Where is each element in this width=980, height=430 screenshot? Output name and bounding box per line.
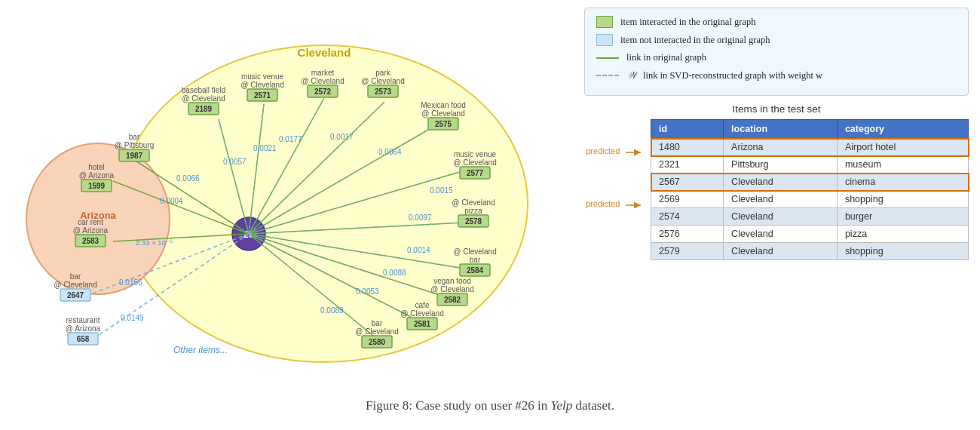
- legend-blue-box-icon: [596, 34, 613, 46]
- svg-text:@ Cleveland: @ Cleveland: [182, 94, 225, 103]
- legend-green-line-icon: [596, 57, 619, 59]
- svg-text:2581: 2581: [414, 320, 431, 328]
- svg-text:pizza: pizza: [464, 207, 482, 215]
- svg-text:2582: 2582: [444, 296, 461, 304]
- table-row: 2569Clevelandshopping: [651, 191, 969, 208]
- svg-text:Mexican food: Mexican food: [421, 101, 465, 109]
- svg-text:@ Cleveland: @ Cleveland: [400, 309, 443, 318]
- svg-text:@ Cleveland: @ Cleveland: [421, 109, 464, 118]
- svg-text:@ Cleveland: @ Cleveland: [430, 285, 473, 293]
- cell-location: Cleveland: [724, 243, 838, 260]
- cell-category: shopping: [837, 191, 968, 208]
- table-header-row: id location category: [651, 120, 969, 139]
- svg-text:@ Cleveland: @ Cleveland: [240, 81, 283, 89]
- col-id: id: [651, 120, 724, 139]
- svg-text:@ Cleveland: @ Cleveland: [453, 247, 496, 256]
- legend-green-box-label: item interacted in the original graph: [620, 17, 755, 28]
- svg-text:park: park: [375, 69, 390, 77]
- table-title: Items in the test set: [584, 103, 969, 115]
- cell-category: cinema: [837, 174, 968, 191]
- svg-text:0.0017: 0.0017: [330, 133, 354, 141]
- svg-text:0.0177: 0.0177: [279, 135, 302, 143]
- svg-text:1987: 1987: [126, 152, 143, 160]
- table-row: 2567Clevelandcinema: [651, 174, 969, 191]
- predicted-arrows-svg: predicted predicted: [584, 140, 645, 291]
- graph-area: Cleveland Arizona 26: [0, 0, 573, 392]
- svg-text:0.0057: 0.0057: [223, 158, 247, 166]
- svg-text:2572: 2572: [314, 88, 332, 96]
- table-row: 2576Clevelandpizza: [651, 226, 969, 243]
- svg-text:@ Pittsburg: @ Pittsburg: [115, 141, 154, 149]
- col-location: location: [724, 120, 838, 139]
- svg-text:bar: bar: [470, 256, 481, 264]
- svg-text:music venue: music venue: [454, 150, 497, 158]
- svg-text:bar: bar: [372, 319, 383, 327]
- svg-text:@ Arizona: @ Arizona: [79, 171, 115, 180]
- legend-row-green-box: item interacted in the original graph: [596, 16, 957, 28]
- svg-text:2578: 2578: [465, 217, 482, 226]
- svg-text:2.33 × 10⁻⁵: 2.33 × 10⁻⁵: [136, 238, 173, 247]
- cell-id: 2576: [651, 226, 724, 243]
- svg-text:0.0004: 0.0004: [160, 197, 183, 205]
- cell-id: 2321: [651, 156, 724, 174]
- svg-text:0.0015: 0.0015: [430, 186, 453, 195]
- svg-text:@ Cleveland: @ Cleveland: [452, 198, 495, 207]
- svg-text:2583: 2583: [82, 237, 100, 245]
- cell-location: Cleveland: [724, 226, 838, 243]
- svg-text:Other items...: Other items...: [173, 345, 228, 355]
- svg-text:0.0053: 0.0053: [356, 287, 379, 296]
- svg-text:car rent: car rent: [78, 218, 103, 226]
- svg-text:@ Cleveland: @ Cleveland: [54, 281, 96, 289]
- svg-text:1599: 1599: [88, 182, 106, 190]
- svg-text:cafe: cafe: [415, 301, 430, 309]
- cell-id: 2567: [651, 174, 724, 191]
- legend-blue-dashed-w: 𝒲: [626, 69, 635, 81]
- right-panel: item interacted in the original graph it…: [573, 0, 980, 392]
- table-body: 1480ArizonaAirport hotel2321Pittsburgmus…: [651, 139, 969, 260]
- legend-blue-box-label: item not interacted in the original grap…: [620, 35, 770, 46]
- legend-blue-dashed-icon: [596, 75, 619, 76]
- svg-text:0.0021: 0.0021: [253, 144, 277, 152]
- legend-green-line-label: link in original graph: [626, 52, 706, 63]
- caption-text: Figure 8: Case study on user #26 in: [366, 398, 551, 413]
- cell-category: Airport hotel: [837, 139, 968, 156]
- table-row: 2579Clevelandshopping: [651, 243, 969, 260]
- legend-box: item interacted in the original graph it…: [584, 8, 969, 96]
- svg-text:music venue: music venue: [241, 72, 284, 81]
- svg-text:baseball field: baseball field: [182, 86, 225, 94]
- svg-text:hotel: hotel: [88, 163, 105, 171]
- svg-text:@ Cleveland: @ Cleveland: [355, 327, 398, 336]
- cell-category: museum: [837, 156, 968, 174]
- svg-text:0.0064: 0.0064: [378, 148, 402, 156]
- cell-location: Cleveland: [724, 208, 838, 226]
- cell-location: Pittsburg: [724, 156, 838, 174]
- cell-id: 2579: [651, 243, 724, 260]
- svg-text:0.0014: 0.0014: [407, 246, 430, 254]
- legend-row-blue-box: item not interacted in the original grap…: [596, 34, 957, 46]
- svg-text:0.0097: 0.0097: [409, 213, 432, 222]
- legend-row-blue-dashed: 𝒲 link in SVD-reconstructed graph with w…: [596, 69, 957, 81]
- svg-text:bar: bar: [129, 133, 140, 141]
- svg-text:0.0066: 0.0066: [176, 174, 200, 183]
- svg-text:2573: 2573: [375, 88, 392, 96]
- svg-text:@ Arizona: @ Arizona: [73, 226, 109, 235]
- svg-text:vegan food: vegan food: [433, 277, 471, 285]
- svg-text:bar: bar: [70, 272, 81, 281]
- svg-text:2189: 2189: [195, 105, 213, 113]
- legend-row-green-line: link in original graph: [596, 52, 957, 63]
- svg-text:@ Cleveland: @ Cleveland: [361, 77, 404, 85]
- svg-text:658: 658: [77, 335, 90, 343]
- cell-category: shopping: [837, 243, 968, 260]
- svg-text:market: market: [311, 69, 335, 77]
- svg-text:0.0149: 0.0149: [121, 314, 144, 322]
- svg-text:2580: 2580: [369, 338, 386, 346]
- col-category: category: [837, 120, 968, 139]
- table-row: 1480ArizonaAirport hotel: [651, 139, 969, 156]
- caption-end: dataset.: [572, 398, 614, 413]
- svg-text:Cleveland: Cleveland: [298, 46, 351, 59]
- svg-text:2571: 2571: [254, 91, 271, 100]
- svg-text:predicted: predicted: [586, 146, 620, 155]
- table-row: 2321Pittsburgmuseum: [651, 156, 969, 174]
- table-section: Items in the test set predicted: [584, 103, 969, 385]
- cell-location: Arizona: [724, 139, 838, 156]
